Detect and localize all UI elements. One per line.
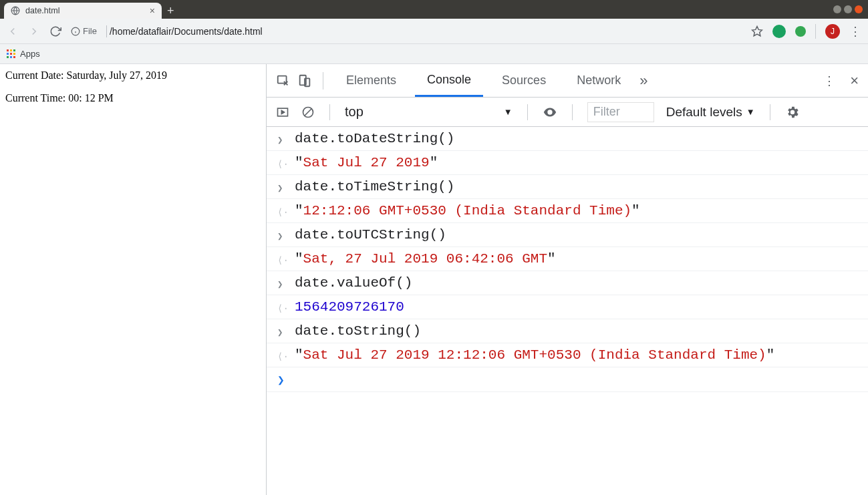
context-label: top: [345, 104, 364, 120]
titlebar: date.html × +: [0, 0, 868, 19]
device-toggle-icon[interactable]: [297, 73, 312, 88]
console-output-row: ⟨·"12:12:06 GMT+0530 (India Standard Tim…: [267, 199, 868, 223]
filter-placeholder: Filter: [593, 105, 620, 119]
console-input-row: ❯date.valueOf(): [267, 271, 868, 295]
separator: [572, 104, 573, 120]
console-output-row: ⟨·"Sat, 27 Jul 2019 06:42:06 GMT": [267, 247, 868, 271]
tab-title: date.html: [25, 6, 144, 15]
separator: [527, 104, 528, 120]
devtools-tabs: Elements Console Sources Network » ⋮ ×: [267, 64, 868, 98]
page-line: Current Time: 00: 12 PM: [5, 92, 261, 104]
separator: [770, 104, 770, 120]
log-levels-dropdown[interactable]: Default levels ▼: [666, 105, 755, 120]
dropdown-icon: ▼: [504, 107, 513, 117]
reload-button[interactable]: [49, 25, 61, 37]
window-controls: [833, 0, 868, 19]
context-selector[interactable]: top ▼: [345, 104, 513, 120]
console-result: "Sat Jul 27 2019": [295, 155, 438, 170]
svg-marker-9: [281, 110, 284, 114]
forward-button[interactable]: [28, 25, 40, 37]
levels-label: Default levels: [666, 105, 742, 120]
apps-icon[interactable]: [7, 49, 16, 59]
apps-label[interactable]: Apps: [20, 49, 40, 59]
page-content: Current Date: Saturday, July 27, 2019 Cu…: [0, 64, 266, 495]
address-bar[interactable]: /home/dataflair/Documents/date.html: [106, 25, 263, 37]
browser-menu-icon[interactable]: ⋮: [849, 24, 861, 39]
svg-marker-4: [752, 26, 762, 35]
close-tab-icon[interactable]: ×: [150, 5, 155, 16]
extension-icon[interactable]: [772, 25, 786, 38]
console-input-row: ❯date.toTimeString(): [267, 175, 868, 199]
browser-toolbar: File /home/dataflair/Documents/date.html…: [0, 19, 868, 44]
prompt-chevron-icon: ❯: [277, 371, 285, 387]
star-bookmark-icon[interactable]: [751, 25, 763, 37]
more-tabs-icon[interactable]: »: [639, 72, 647, 90]
file-scheme-label: File: [83, 26, 97, 36]
console-input-row: ❯date.toString(): [267, 319, 868, 343]
console-code: date.toString(): [295, 323, 421, 339]
console-code: date.valueOf(): [295, 275, 412, 291]
console-settings-icon[interactable]: [785, 105, 800, 120]
console-input-row: ❯date.toUTCString(): [267, 223, 868, 247]
profile-avatar[interactable]: J: [825, 24, 840, 39]
filter-input[interactable]: Filter: [587, 102, 654, 122]
console-body[interactable]: ❯date.toDateString() ⟨·"Sat Jul 27 2019"…: [267, 127, 868, 495]
input-chevron-icon: ❯: [277, 131, 285, 146]
devtools-menu-icon[interactable]: ⋮: [823, 73, 835, 88]
input-chevron-icon: ❯: [277, 227, 285, 242]
tab-elements[interactable]: Elements: [334, 64, 408, 97]
console-result: 1564209726170: [295, 299, 404, 315]
output-chevron-icon: ⟨·: [277, 251, 285, 266]
tab-console[interactable]: Console: [415, 64, 483, 97]
console-code: date.toDateString(): [295, 131, 454, 146]
new-tab-button[interactable]: +: [162, 3, 180, 19]
maximize-button[interactable]: [844, 5, 852, 13]
input-chevron-icon: ❯: [277, 323, 285, 338]
page-line: Current Date: Saturday, July 27, 2019: [5, 69, 261, 81]
console-code: date.toTimeString(): [295, 179, 454, 194]
console-result: "Sat Jul 27 2019 12:12:06 GMT+0530 (Indi…: [295, 347, 774, 363]
output-chevron-icon: ⟨·: [277, 203, 285, 218]
live-expression-icon[interactable]: [543, 105, 557, 120]
output-chevron-icon: ⟨·: [277, 347, 285, 362]
console-code: date.toUTCString(): [295, 227, 446, 242]
inspect-element-icon[interactable]: [276, 73, 291, 88]
separator: [815, 24, 816, 39]
tab-sources[interactable]: Sources: [490, 64, 558, 97]
console-toolbar: top ▼ Filter Default levels ▼: [267, 98, 868, 127]
output-chevron-icon: ⟨·: [277, 155, 285, 170]
back-button[interactable]: [7, 25, 19, 37]
input-chevron-icon: ❯: [277, 275, 285, 290]
dropdown-icon: ▼: [746, 107, 755, 117]
console-prompt-row[interactable]: ❯: [267, 367, 868, 392]
bookmarks-bar: Apps: [0, 44, 868, 64]
output-chevron-icon: ⟨·: [277, 299, 285, 314]
console-output-row: ⟨·"Sat Jul 27 2019": [267, 151, 868, 175]
separator: [329, 104, 330, 120]
clear-console-icon[interactable]: [301, 106, 315, 119]
console-output-row: ⟨·1564209726170: [267, 295, 868, 319]
separator: [323, 72, 323, 90]
console-result: "Sat, 27 Jul 2019 06:42:06 GMT": [295, 251, 556, 267]
console-sidebar-toggle-icon[interactable]: [276, 106, 289, 119]
devtools-panel: Elements Console Sources Network » ⋮ × t…: [266, 64, 868, 495]
console-output-row: ⟨·"Sat Jul 27 2019 12:12:06 GMT+0530 (In…: [267, 343, 868, 367]
globe-icon: [11, 6, 20, 15]
site-info-button[interactable]: File: [71, 26, 97, 36]
url-path: /home/dataflair/Documents/date.html: [110, 26, 263, 37]
extension-icon[interactable]: [795, 26, 806, 37]
close-window-button[interactable]: [855, 5, 863, 13]
minimize-button[interactable]: [833, 5, 841, 13]
input-chevron-icon: ❯: [277, 179, 285, 194]
close-devtools-icon[interactable]: ×: [850, 72, 859, 90]
tab-network[interactable]: Network: [565, 64, 633, 97]
console-input-row: ❯date.toDateString(): [267, 127, 868, 151]
browser-tab[interactable]: date.html ×: [4, 3, 162, 19]
console-result: "12:12:06 GMT+0530 (India Standard Time)…: [295, 203, 640, 218]
svg-line-11: [305, 109, 311, 116]
separator: [106, 25, 107, 37]
